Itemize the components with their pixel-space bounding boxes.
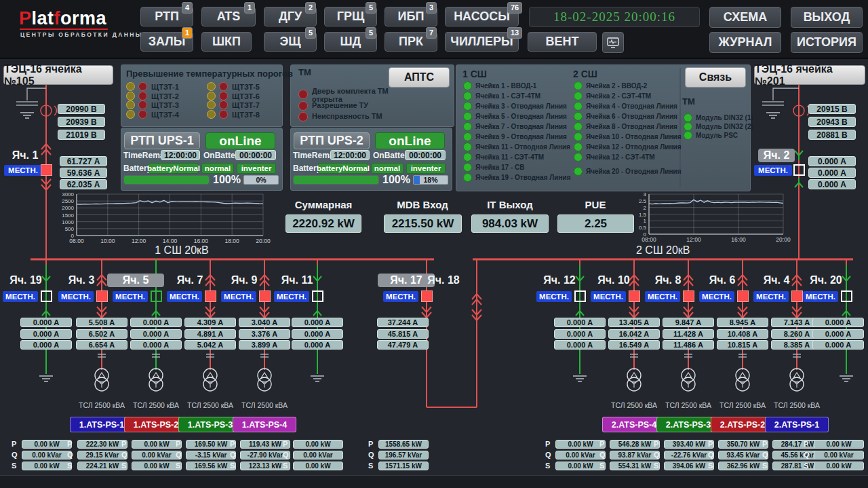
transformer-rating-label: ТСЛ 2500 кВА [125, 401, 186, 409]
transformer-icon [258, 377, 271, 391]
breaker-square[interactable] [574, 290, 586, 302]
history-button[interactable]: ИСТОРИЯ [791, 32, 863, 53]
breaker-square[interactable] [96, 290, 108, 302]
feeder-cell-label[interactable]: Яч. 3 [53, 274, 110, 287]
monitor-waveform-icon [606, 36, 620, 50]
ups-name-button[interactable]: РТП UPS-2 [294, 132, 370, 149]
feeder-current-value: 37.244 А [377, 318, 429, 327]
transformer-delta-icon [208, 373, 214, 377]
feeder-cell-label[interactable]: Яч. 7 [161, 274, 218, 287]
feeder-cell-label[interactable]: Яч. 6 [694, 274, 751, 287]
temp-alarm-indicator [219, 110, 228, 119]
feeder-current-value: 0.000 А [554, 318, 606, 327]
monitor-log-button[interactable] [602, 32, 624, 53]
journal-button[interactable]: ЖУРНАЛ [709, 32, 781, 53]
breaker-square[interactable] [841, 290, 852, 302]
feeder-cell-label[interactable]: Яч. 10 [585, 274, 642, 287]
feed-breaker-square[interactable] [41, 164, 52, 176]
ups-battery-label: Battery [293, 164, 317, 173]
feeder-cell-label[interactable]: Яч. 11 [269, 274, 326, 287]
temp-alarm-indicator [219, 82, 228, 91]
breaker-square[interactable] [791, 290, 803, 302]
transformer-icon [203, 369, 217, 382]
logo-letter: P [19, 8, 32, 29]
nav-button-shkp[interactable]: ШКП [201, 32, 252, 52]
nav-badge-ats: 1 [244, 2, 255, 14]
breaker-square[interactable] [421, 290, 433, 302]
it-output-value: 984.03 kW [471, 214, 549, 233]
feed-cell-label[interactable]: Яч. 1 [7, 149, 43, 162]
transformer-icon [627, 369, 641, 382]
ats-button[interactable]: 2.ATS-PS-1 [765, 417, 829, 432]
y-mark-icon [313, 306, 321, 316]
pqs-q-value: 0.00 kVar [132, 451, 182, 459]
transformer-icon [790, 369, 804, 382]
breaker-square[interactable] [737, 290, 749, 302]
feeder-current-value: 0.000 А [130, 340, 182, 350]
ups-timeremain-value: 12:00:00 [161, 150, 200, 160]
nav-badge-rtp: 4 [182, 2, 193, 14]
bus2-cell-ok-indicator [574, 167, 583, 176]
feed-right-header[interactable]: ТЭЦ-16 ячейка №201 [754, 65, 865, 85]
feeder-cell-label[interactable]: Яч. 20 [797, 274, 854, 287]
transformer-wye-icon [208, 381, 213, 388]
feeder-current-value: 3.040 А [239, 318, 290, 327]
feed-left-header[interactable]: ТЭЦ-16 ячейка №105 [3, 65, 113, 85]
breaker-square[interactable] [683, 290, 694, 302]
nav-button-vent[interactable]: ВЕНТ [528, 32, 597, 52]
breaker-square[interactable] [312, 290, 323, 302]
logo-letter: f [54, 8, 61, 29]
transformer-delta-icon [262, 373, 268, 377]
pqs-row-label: S [12, 462, 20, 470]
svyaz-button[interactable]: Связь [685, 67, 746, 88]
pqs-s-value: 362.96 kW [718, 462, 768, 470]
feed-breaker-square[interactable] [793, 164, 805, 176]
bus2-cell-ok-indicator [574, 143, 583, 151]
pqs-row-label: P [762, 440, 770, 449]
nav-badge-prk: 7 [426, 27, 437, 39]
feeder-cell-label[interactable]: Яч. 18 [421, 274, 466, 287]
breaker-square[interactable] [259, 290, 271, 302]
feeder-cell-label[interactable]: Яч. 4 [748, 274, 805, 287]
pqs-s-value: 394.06 kW [664, 462, 714, 470]
y-mark-icon [795, 178, 803, 187]
transformer-icon [258, 369, 271, 382]
feed-cell-label[interactable]: Яч. 2 [758, 149, 795, 162]
feeder-current-value: 6.654 А [76, 340, 127, 350]
breaker-square[interactable] [629, 290, 640, 302]
ats-button[interactable]: 1.ATS-PS-4 [233, 417, 296, 432]
pqs-s-value: 1571.15 kW [378, 462, 429, 470]
transformer-rating-label: ТСЛ 2500 кВА [712, 401, 773, 409]
ups-timeremain-label: TimeRemain [123, 151, 160, 160]
ups-onbattery-value: 00:00:00 [405, 150, 446, 160]
ups-name-button[interactable]: РТП UPS-1 [124, 132, 200, 149]
transformer-wye-icon [153, 381, 159, 388]
pqs-p-value: 169.50 kW [186, 440, 236, 449]
breaker-square[interactable] [205, 290, 216, 302]
pqs-p-value: 0.00 kW [814, 440, 864, 449]
feeder-cell-label[interactable]: Яч. 5 [107, 274, 164, 287]
pqs-p-value: 1558.65 kW [378, 440, 429, 449]
scheme-button[interactable]: СХЕМА [709, 7, 781, 28]
transformer-icon [682, 369, 695, 382]
feeder-cell-label[interactable]: Яч. 8 [639, 274, 696, 287]
bus2-cell-label: Ячейка 12 - Отводная Линия [586, 143, 684, 151]
ups-load-bar: 0% [243, 175, 279, 185]
breaker-square[interactable] [151, 290, 162, 302]
bus2-cell-label: Ячейка 8 - Отводная Линия [586, 123, 684, 131]
bus1-cell-ok-indicator [463, 132, 472, 141]
chevron-down-icon [205, 307, 215, 318]
pue-value: 2.25 [557, 214, 634, 233]
exit-button[interactable]: ВЫХОД [791, 7, 863, 28]
breaker-square[interactable] [41, 290, 52, 302]
apts-button[interactable]: АПТС [389, 67, 450, 88]
chart-tick-label: 18:00 [225, 238, 240, 244]
ups-onbattery-label: OnBattery [373, 151, 404, 160]
bus2-cell-label: Ячейка 4 - Отводная Линия [586, 102, 684, 111]
bus1-cell-label: Ячейка 1 - СЭТ-4ТМ [475, 92, 574, 100]
feeder-cell-label[interactable]: Яч. 19 [0, 274, 54, 287]
local-mode-badge: МЕСТН. [536, 291, 572, 302]
feeder-cell-label[interactable]: Яч. 9 [216, 274, 273, 287]
feeder-cell-label[interactable]: Яч. 12 [531, 274, 588, 287]
chevron-down-icon [738, 307, 747, 318]
